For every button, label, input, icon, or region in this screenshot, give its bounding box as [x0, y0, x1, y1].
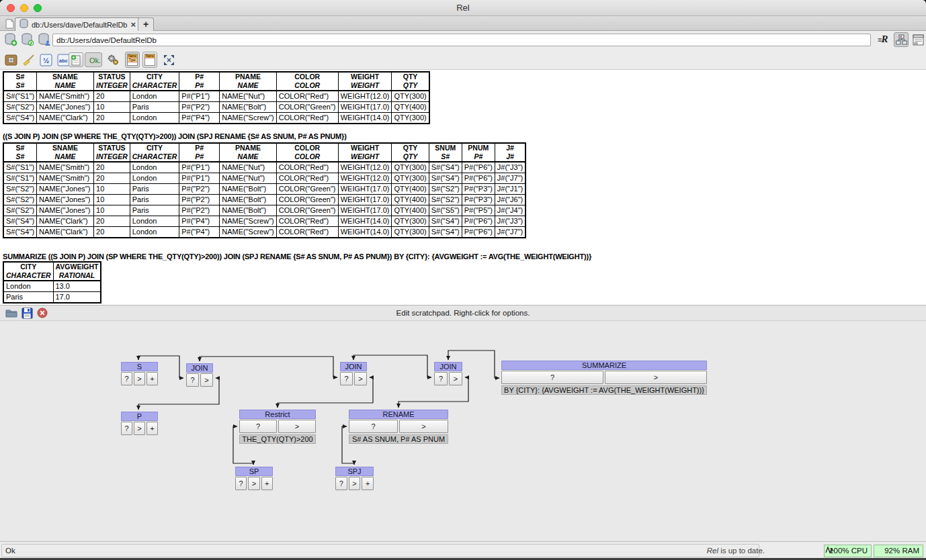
node-add-button[interactable]: + — [261, 477, 273, 490]
node-title[interactable]: SPJ — [335, 467, 374, 476]
node-expression[interactable]: S# AS SNUM, P# AS PNUM — [349, 434, 448, 444]
table-cell: NAME("Bolt") — [220, 205, 276, 216]
address-input[interactable] — [52, 34, 871, 46]
new-tuple-icon[interactable] — [69, 52, 83, 67]
new-tab-button[interactable]: + — [138, 17, 154, 31]
database-user-icon[interactable] — [38, 33, 51, 49]
cpu-usage-badge: 100% CPU — [824, 545, 872, 557]
node-title[interactable]: RENAME — [349, 410, 448, 419]
node-browse-button[interactable]: > — [605, 371, 707, 384]
table-cell: QTY(300) — [392, 162, 429, 173]
node-browse-button[interactable]: > — [354, 372, 367, 385]
node-browse-button[interactable]: > — [200, 373, 213, 387]
table-row: S#("S4")NAME("Clark")20LondonP#("P4")NAM… — [3, 216, 525, 227]
show-fractions-icon[interactable]: ½ — [39, 53, 52, 66]
table-cell: 20 — [94, 91, 130, 102]
table-cell: P#("P3") — [462, 184, 495, 195]
node-title[interactable]: SP — [235, 467, 273, 476]
node-query-button[interactable]: ? — [340, 372, 353, 385]
node-title[interactable]: P — [121, 412, 158, 421]
table-cell: London — [130, 227, 179, 238]
table-cell: QTY(400) — [392, 184, 429, 195]
show-text-icon[interactable]: abc — [56, 53, 70, 66]
node-title[interactable]: JOIN — [186, 363, 213, 373]
column-header: PNUMP# — [462, 143, 495, 162]
node-query-button[interactable]: ? — [349, 420, 398, 433]
node-browse-button[interactable]: > — [134, 422, 145, 435]
form-view-toggle[interactable] — [911, 32, 925, 47]
page-icon[interactable] — [5, 19, 14, 32]
node-query-button[interactable]: ? — [335, 477, 347, 490]
table-cell: London — [130, 216, 179, 227]
table-cell: P#("P4") — [179, 216, 220, 227]
node-expression[interactable]: BY {CITY}: {AVGWEIGHT := AVG(THE_WEIGHT(… — [501, 385, 707, 395]
node-sp[interactable]: SP?>+ — [235, 467, 273, 490]
tree-view-toggle[interactable] — [894, 32, 909, 47]
node-title[interactable]: Restrict — [239, 410, 316, 419]
node-rename[interactable]: RENAME?>S# AS SNUM, P# AS PNUM — [349, 410, 448, 444]
node-query-button[interactable]: ? — [121, 422, 132, 435]
node-join[interactable]: JOIN?> — [340, 362, 367, 385]
node-browse-button[interactable]: > — [399, 420, 448, 433]
node-browse-button[interactable]: > — [278, 420, 316, 433]
node-browse-button[interactable]: > — [349, 477, 361, 490]
node-query-button[interactable]: ? — [235, 477, 247, 490]
node-browse-button[interactable]: > — [134, 372, 145, 385]
table-cell: COLOR("Green") — [276, 102, 338, 113]
ram-usage-badge: 92% RAM — [874, 545, 923, 557]
show-headings-icon[interactable]: Name — [142, 52, 157, 68]
header-row: CITYCHARACTERAVGWEIGHTRATIONAL — [3, 262, 101, 281]
node-expression[interactable]: THE_QTY(QTY)>200 — [239, 434, 316, 444]
safe-icon[interactable] — [4, 53, 17, 66]
node-spj[interactable]: SPJ?>+ — [335, 467, 374, 490]
node-title[interactable]: JOIN — [340, 362, 367, 371]
table-row: S#("S1")NAME("Smith")20LondonP#("P1")NAM… — [3, 162, 525, 173]
node-query-button[interactable]: ? — [501, 371, 603, 384]
table-cell: Paris — [130, 195, 179, 205]
table-cell: P#("P1") — [179, 162, 220, 173]
node-query-button[interactable]: ? — [434, 372, 448, 385]
enlarge-icon[interactable] — [162, 53, 175, 66]
table-cell: P#("P4") — [179, 113, 220, 124]
node-browse-button[interactable]: > — [248, 477, 259, 490]
evaluate-ok-button[interactable]: Ok. — [85, 52, 102, 67]
node-join[interactable]: JOIN?> — [434, 362, 462, 385]
table-cell: J#("J3") — [495, 216, 525, 227]
node-s[interactable]: S?>+ — [121, 362, 158, 385]
node-query-button[interactable]: ? — [121, 372, 132, 385]
table-cell: NAME("Clark") — [37, 216, 94, 227]
status-bar: Ok Rel is up to date. 100% CPU 92% RAM — [0, 541, 926, 560]
result-table-summarize: CITYCHARACTERAVGWEIGHTRATIONALLondon13.0… — [3, 261, 101, 304]
tab-default-reldb[interactable]: db:/Users/dave/DefaultRelDb × — [15, 17, 140, 31]
node-add-button[interactable]: + — [146, 372, 158, 385]
show-headings-types-icon[interactable]: NameType — [125, 52, 140, 68]
node-summarize[interactable]: SUMMARIZE?>BY {CITY}: {AVGWEIGHT := AVG(… — [501, 361, 707, 395]
table-cell: NAME("Jones") — [37, 205, 94, 216]
node-p[interactable]: P?>+ — [121, 412, 158, 435]
table-cell: NAME("Clark") — [37, 227, 94, 238]
node-add-button[interactable]: + — [146, 422, 158, 435]
table-cell: WEIGHT(17.0) — [338, 184, 392, 195]
database-refresh-icon[interactable] — [21, 33, 34, 49]
node-add-button[interactable]: + — [362, 477, 374, 490]
node-title[interactable]: SUMMARIZE — [501, 361, 707, 370]
node-query-button[interactable]: ? — [239, 420, 277, 433]
table-cell: London — [130, 113, 179, 124]
table-cell: P#("P1") — [179, 91, 220, 102]
scratchpad-canvas[interactable]: S?>+JOIN?>P?>+Restrict?>THE_QTY(QTY)>200… — [0, 321, 926, 541]
table-cell: P#("P2") — [179, 205, 220, 216]
table-cell: S#("S4") — [429, 173, 462, 184]
node-browse-button[interactable]: > — [449, 372, 462, 385]
table-cell: S#("S2") — [3, 205, 37, 216]
settings-gears-icon[interactable] — [106, 53, 120, 66]
node-query-button[interactable]: ? — [186, 373, 199, 387]
node-restrict[interactable]: Restrict?>THE_QTY(QTY)>200 — [239, 410, 316, 444]
node-join[interactable]: JOIN?> — [186, 363, 213, 387]
tab-close-icon[interactable]: × — [130, 21, 136, 29]
database-new-icon[interactable] — [4, 33, 17, 49]
table-cell: 10 — [94, 205, 130, 216]
node-title[interactable]: S — [121, 362, 158, 371]
broom-icon[interactable] — [22, 53, 35, 66]
column-header: WEIGHTWEIGHT — [338, 143, 392, 162]
node-title[interactable]: JOIN — [434, 362, 462, 371]
